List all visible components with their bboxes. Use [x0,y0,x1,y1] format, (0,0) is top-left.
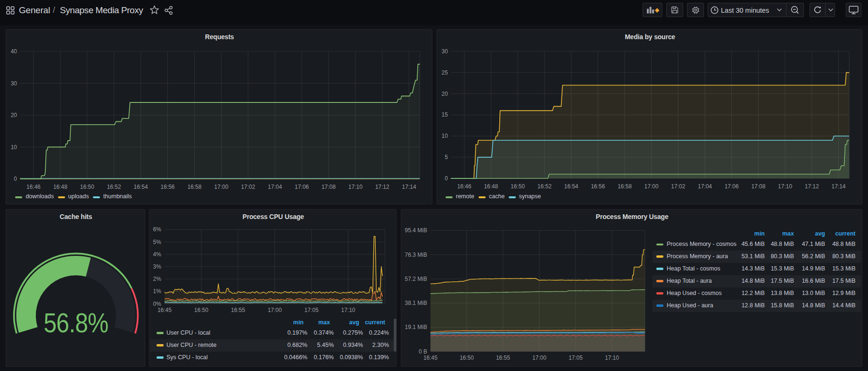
svg-text:16:48: 16:48 [484,183,498,190]
svg-text:16:52: 16:52 [537,183,552,190]
svg-text:16:55: 16:55 [496,354,510,361]
svg-text:30: 30 [11,80,17,87]
svg-text:3%: 3% [153,263,162,270]
svg-text:16:58: 16:58 [618,183,632,190]
svg-text:19.1 MiB: 19.1 MiB [405,324,427,330]
svg-text:17:00: 17:00 [532,354,546,361]
svg-text:16:45: 16:45 [157,307,172,313]
svg-text:95.4 MiB: 95.4 MiB [405,227,427,234]
svg-text:16:46: 16:46 [26,184,41,190]
svg-text:20: 20 [442,91,448,97]
svg-text:30: 30 [442,48,448,55]
svg-text:40: 40 [11,48,17,55]
svg-text:17:10: 17:10 [778,183,792,190]
svg-text:20: 20 [11,112,17,118]
svg-text:17:00: 17:00 [645,183,659,190]
svg-text:57.2 MiB: 57.2 MiB [405,276,427,282]
svg-text:6%: 6% [153,226,162,233]
svg-text:5%: 5% [153,239,162,245]
svg-text:17:10: 17:10 [605,354,619,361]
svg-text:16:58: 16:58 [187,184,201,190]
svg-text:17:00: 17:00 [268,307,282,313]
svg-text:0%: 0% [153,301,162,307]
svg-text:17:05: 17:05 [569,354,583,361]
svg-text:4%: 4% [153,251,162,258]
svg-text:25: 25 [442,69,448,76]
svg-text:16:46: 16:46 [457,183,471,190]
svg-text:16:56: 16:56 [591,183,605,190]
svg-text:17:08: 17:08 [751,183,765,190]
svg-text:16:56: 16:56 [160,184,174,190]
svg-text:16:45: 16:45 [423,354,438,361]
svg-text:16:50: 16:50 [194,307,208,313]
svg-text:17:04: 17:04 [698,183,712,190]
svg-text:17:06: 17:06 [295,184,309,190]
svg-text:2%: 2% [153,276,162,282]
svg-text:10: 10 [11,144,17,151]
svg-text:17:12: 17:12 [805,183,819,190]
svg-text:17:08: 17:08 [322,184,336,190]
svg-text:16:50: 16:50 [80,184,94,190]
svg-text:15: 15 [442,111,448,118]
svg-text:17:04: 17:04 [268,184,282,190]
svg-text:0 B: 0 B [419,348,427,355]
svg-text:16:52: 16:52 [107,184,121,190]
svg-text:5: 5 [445,154,448,160]
svg-text:17:00: 17:00 [214,184,228,190]
svg-text:17:10: 17:10 [341,307,355,313]
svg-text:76.3 MiB: 76.3 MiB [405,252,427,258]
svg-text:0: 0 [14,176,17,182]
svg-text:17:14: 17:14 [831,183,845,190]
svg-text:17:02: 17:02 [671,183,685,190]
svg-text:16:55: 16:55 [231,307,245,313]
svg-text:16:54: 16:54 [564,183,578,190]
svg-text:10: 10 [442,133,448,139]
svg-text:16:50: 16:50 [460,354,474,361]
svg-text:17:10: 17:10 [348,184,363,190]
svg-text:1%: 1% [153,288,162,295]
svg-text:16:54: 16:54 [134,184,148,190]
svg-text:16:50: 16:50 [511,183,525,190]
svg-text:17:12: 17:12 [375,184,389,190]
svg-text:17:14: 17:14 [402,184,416,190]
svg-text:38.1 MiB: 38.1 MiB [405,300,427,306]
svg-text:17:06: 17:06 [725,183,739,190]
svg-text:0: 0 [445,175,448,182]
svg-text:16:48: 16:48 [53,184,67,190]
svg-text:17:02: 17:02 [241,184,255,190]
svg-text:17:05: 17:05 [305,307,319,313]
